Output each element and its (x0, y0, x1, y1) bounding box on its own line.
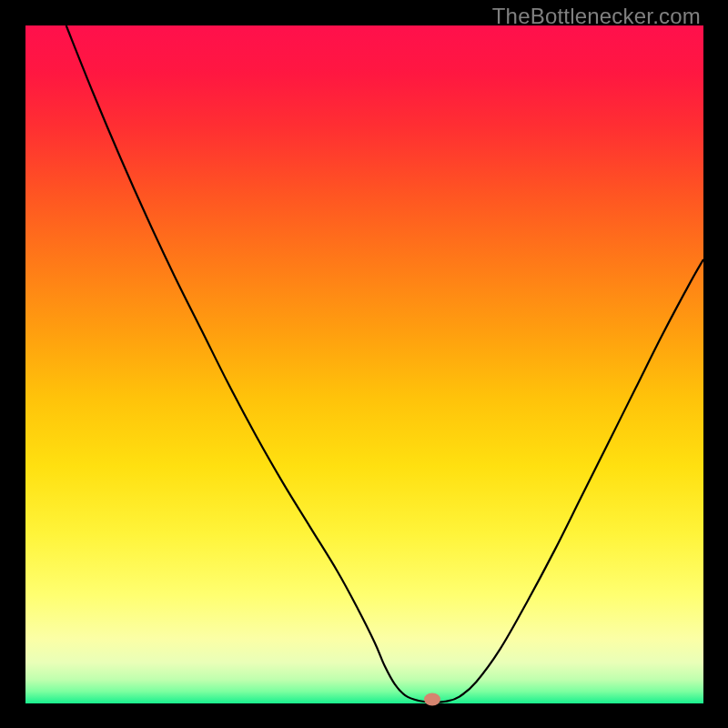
chart-plot-area: TheBottlenecker.com (0, 0, 728, 728)
chart-gradient-bg (25, 25, 703, 703)
chart-svg (0, 0, 728, 728)
watermark-text: TheBottlenecker.com (492, 4, 701, 29)
optimal-marker (424, 693, 440, 706)
